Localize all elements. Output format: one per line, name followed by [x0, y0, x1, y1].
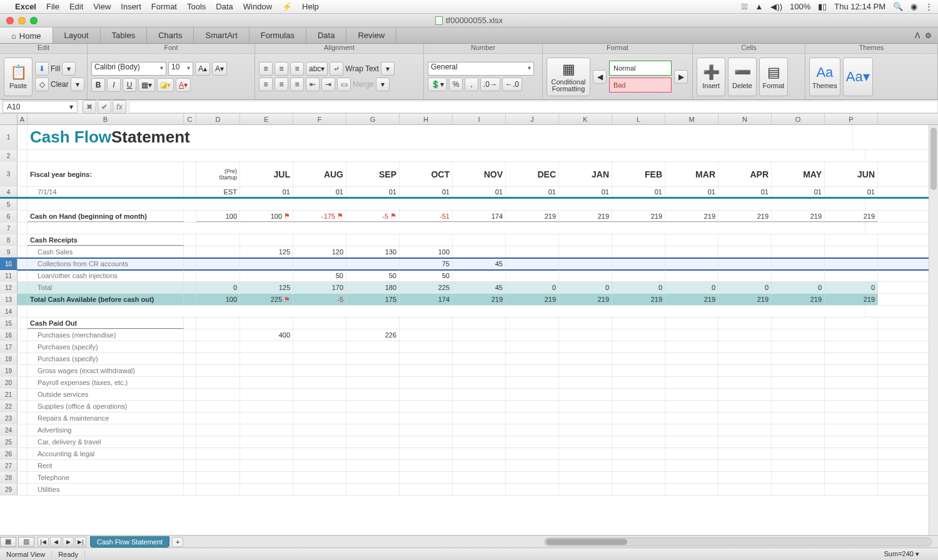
cell[interactable] [400, 412, 453, 424]
cell[interactable]: 0 [665, 282, 719, 293]
cell[interactable] [665, 329, 719, 341]
cell[interactable] [346, 472, 400, 483]
cell[interactable] [196, 377, 240, 388]
cell[interactable] [665, 258, 719, 269]
italic-button[interactable]: I [107, 78, 121, 92]
cell[interactable]: OCT [400, 162, 453, 186]
delete-cells-button[interactable]: ➖Delete [728, 58, 757, 96]
cell[interactable] [453, 329, 506, 341]
cell[interactable] [665, 424, 719, 436]
cell[interactable] [196, 484, 240, 495]
cell[interactable] [346, 412, 400, 424]
cell[interactable] [825, 389, 878, 400]
collapse-ribbon-icon[interactable]: ⴷ [915, 31, 920, 40]
cell[interactable] [559, 377, 612, 388]
cell[interactable] [559, 484, 612, 495]
cell[interactable] [719, 329, 772, 341]
cell[interactable] [612, 401, 665, 412]
cell[interactable] [18, 329, 28, 341]
cell[interactable]: 125 [240, 282, 293, 293]
cell[interactable]: 0 [612, 282, 665, 293]
cell[interactable]: 7/1/14 [28, 187, 184, 197]
cell[interactable] [825, 401, 878, 412]
cell[interactable]: -51 [400, 211, 453, 222]
cell[interactable]: 219 [825, 211, 878, 222]
cell[interactable] [559, 318, 612, 329]
cell[interactable] [184, 472, 196, 483]
cell[interactable] [18, 150, 28, 161]
bold-button[interactable]: B [91, 78, 105, 92]
menu-format[interactable]: Format [151, 2, 177, 11]
cell[interactable] [196, 246, 240, 258]
cell[interactable] [772, 246, 825, 258]
cell[interactable] [184, 329, 196, 341]
cell[interactable] [400, 484, 453, 495]
row-header[interactable]: 5 [0, 199, 18, 210]
cell[interactable] [184, 401, 196, 412]
cell[interactable] [825, 436, 878, 448]
cell[interactable] [559, 436, 612, 448]
cell[interactable] [196, 353, 240, 364]
cell[interactable]: Purchases (merchandise) [28, 329, 184, 341]
cell[interactable] [772, 329, 825, 341]
cell[interactable] [453, 448, 506, 459]
cell[interactable] [506, 318, 559, 329]
cell[interactable] [240, 401, 293, 412]
fill-color-button[interactable]: ◪▾ [157, 78, 174, 92]
insert-cells-button[interactable]: ➕Insert [697, 58, 725, 96]
cell[interactable] [719, 401, 772, 412]
cell[interactable] [719, 270, 772, 281]
comma-button[interactable]: , [465, 78, 478, 91]
menu-more-icon[interactable]: ⋮ [925, 2, 933, 11]
cell[interactable]: 219 [772, 211, 825, 222]
cell[interactable] [293, 401, 346, 412]
tab-data[interactable]: Data [306, 28, 346, 43]
cell[interactable] [196, 448, 240, 459]
cell[interactable] [346, 258, 400, 269]
tab-nav-last[interactable]: ▶| [75, 537, 86, 547]
indent-increase-button[interactable]: ⇥ [321, 78, 335, 91]
cell[interactable] [825, 329, 878, 341]
cell[interactable] [18, 412, 28, 424]
cell[interactable] [772, 460, 825, 471]
cell[interactable] [196, 436, 240, 448]
col-A[interactable]: A [18, 114, 28, 124]
cell[interactable] [506, 258, 559, 269]
cell[interactable]: 01 [825, 187, 878, 197]
cell[interactable] [240, 258, 293, 269]
cell[interactable] [196, 329, 240, 341]
align-middle-button[interactable]: ≡ [275, 62, 288, 76]
tab-nav-first[interactable]: |◀ [38, 537, 49, 547]
cell[interactable] [196, 341, 240, 352]
formula-input[interactable] [129, 101, 938, 113]
cell[interactable] [506, 436, 559, 448]
cell[interactable]: 400 [240, 329, 293, 341]
cell[interactable] [18, 199, 28, 210]
cell[interactable] [18, 211, 28, 222]
menu-view[interactable]: View [93, 2, 111, 11]
cell[interactable]: 0 [719, 282, 772, 293]
menu-data[interactable]: Data [216, 2, 233, 11]
row-header[interactable]: 8 [0, 234, 18, 246]
cell[interactable] [665, 353, 719, 364]
cell[interactable] [719, 412, 772, 424]
increase-decimal-button[interactable]: .0→ [480, 78, 500, 91]
cell[interactable]: FEB [612, 162, 665, 186]
tab-smartart[interactable]: SmartArt [194, 28, 249, 43]
cell[interactable] [400, 460, 453, 471]
col-D[interactable]: D [196, 114, 240, 124]
cell[interactable]: -175⚑ [293, 211, 346, 222]
cell[interactable]: Gross wages (exact withdrawal) [28, 365, 184, 376]
cell[interactable]: 219 [506, 211, 559, 222]
cell[interactable] [346, 353, 400, 364]
tab-charts[interactable]: Charts [147, 28, 194, 43]
cell[interactable] [612, 341, 665, 352]
cell[interactable] [612, 484, 665, 495]
cell[interactable] [18, 484, 28, 495]
cell[interactable] [719, 460, 772, 471]
cell[interactable] [506, 484, 559, 495]
align-center-button[interactable]: ≡ [275, 78, 288, 91]
cell[interactable]: 01 [559, 187, 612, 197]
cell[interactable]: 219 [559, 211, 612, 222]
cell[interactable] [719, 258, 772, 269]
